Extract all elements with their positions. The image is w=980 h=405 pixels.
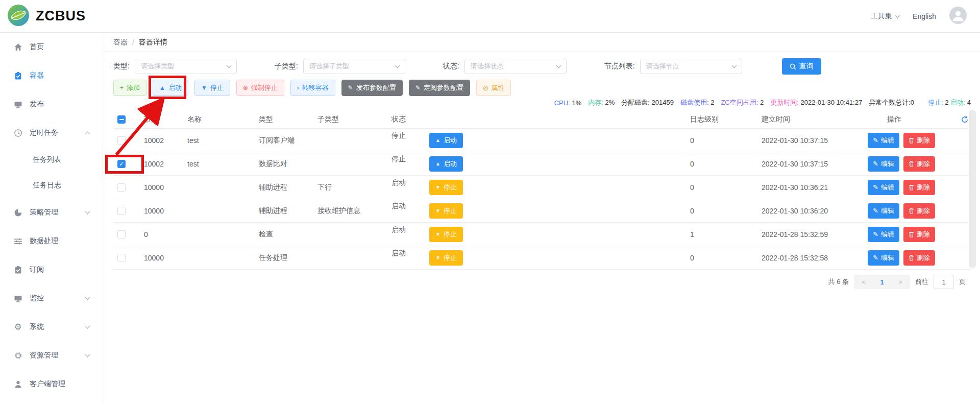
clipboard-check-icon	[13, 71, 22, 80]
zcbus-logo-icon	[7, 4, 30, 29]
stop-button[interactable]: ▼ 停止	[194, 80, 230, 96]
stat-memory-value: 2%	[605, 99, 615, 106]
chevron-down-icon	[895, 13, 900, 18]
row-start-button[interactable]: ▲启动	[429, 133, 463, 148]
delete-button[interactable]: 删除	[903, 180, 935, 195]
refresh-icon[interactable]	[952, 115, 971, 124]
attributes-button[interactable]: ◎ 属性	[476, 80, 511, 96]
search-button[interactable]: 查询	[782, 58, 821, 75]
publish-config-button[interactable]: ✎ 发布参数配置	[341, 80, 403, 96]
trash-icon	[909, 255, 914, 261]
add-button[interactable]: + 添加	[113, 80, 146, 96]
delete-button[interactable]: 删除	[903, 203, 935, 219]
prev-page-button[interactable]: <	[856, 278, 871, 286]
next-page-button[interactable]: >	[893, 278, 908, 286]
sidebar-item-label: 客户端管理	[30, 379, 65, 389]
subscribe-config-button[interactable]: ✎ 定阅参数配置	[409, 80, 470, 96]
sidebar-item-publish[interactable]: 发布	[0, 90, 103, 118]
delete-button[interactable]: 删除	[903, 156, 935, 172]
row-stop-button[interactable]: ▼停止	[429, 250, 463, 266]
sidebar-item-resources[interactable]: 资源管理	[0, 341, 103, 370]
delete-button[interactable]: 删除	[903, 227, 935, 242]
sidebar-item-task-log[interactable]: 任务日志	[0, 173, 103, 198]
sidebar-item-home[interactable]: 首页	[0, 33, 103, 61]
table-row: 10000 辅助进程 接收维护信息 启动 ▼停止 0 2022-01-30 10…	[113, 199, 971, 223]
sidebar-item-label: 首页	[30, 42, 44, 52]
cell-node: 10002	[138, 136, 181, 145]
pencil-icon: ✎	[873, 160, 878, 168]
row-checkbox[interactable]: ✓	[117, 160, 126, 168]
row-stop-button[interactable]: ▼停止	[429, 180, 463, 195]
row-start-button[interactable]: ▲启动	[429, 156, 463, 172]
header-name: 名称	[181, 115, 253, 124]
row-checkbox[interactable]	[117, 230, 126, 239]
edit-button[interactable]: ✎编辑	[868, 227, 899, 242]
cell-node: 10002	[138, 160, 181, 168]
delete-button[interactable]: 删除	[903, 250, 935, 266]
edit-button[interactable]: ✎编辑	[868, 133, 899, 148]
header-actions: 操作	[863, 115, 952, 124]
breadcrumb-parent[interactable]: 容器	[113, 38, 128, 47]
start-button[interactable]: ▲ 启动	[153, 80, 188, 96]
sidebar-item-monitor[interactable]: 监控	[0, 284, 103, 313]
sidebar-item-data-processing[interactable]: 数据处理	[0, 227, 103, 255]
stat-started-value: 4	[967, 99, 971, 106]
chevron-down-icon	[731, 63, 737, 68]
header-log-level: 日志级别	[684, 115, 755, 124]
search-icon	[790, 63, 796, 70]
trash-icon	[909, 208, 914, 214]
home-icon	[13, 42, 22, 52]
action-toolbar: + 添加 ▲ 启动 ▼ 停止 ⊗ 强制停止	[113, 80, 971, 96]
stat-started-label: 启动:	[950, 99, 966, 106]
delete-button[interactable]: 删除	[903, 133, 935, 148]
current-page[interactable]: 1	[871, 278, 893, 286]
topbar: ZCBUS 工具集 English	[0, 0, 980, 33]
status-text: 启动	[391, 249, 406, 258]
type-select[interactable]: 请选择类型	[135, 59, 237, 74]
stat-cpu-label: CPU:	[554, 99, 570, 107]
status-select[interactable]: 请选择状态	[464, 59, 567, 74]
pagination-total: 共 6 条	[828, 277, 849, 287]
trash-icon	[909, 184, 914, 190]
sidebar-item-client-management[interactable]: 客户端管理	[0, 370, 103, 398]
edit-button[interactable]: ✎编辑	[868, 203, 899, 219]
table-scrollbar[interactable]	[969, 110, 976, 268]
language-switch[interactable]: English	[913, 12, 936, 20]
filter-bar: 类型: 请选择类型 子类型: 请选择子类型	[113, 58, 971, 75]
sidebar-item-containers[interactable]: 容器	[0, 61, 103, 90]
select-all-checkbox[interactable]	[117, 115, 126, 124]
stat-disk-alloc-label: 分配磁盘:	[621, 99, 650, 106]
tools-menu[interactable]: 工具集	[871, 12, 899, 21]
subtype-select[interactable]: 请选择子类型	[303, 59, 405, 74]
ring-icon: ◎	[483, 84, 488, 91]
node-select[interactable]: 请选择节点	[640, 59, 742, 74]
cell-subtype: 下行	[311, 183, 385, 192]
edit-button[interactable]: ✎编辑	[868, 250, 899, 266]
chevron-down-icon	[85, 295, 90, 300]
row-checkbox[interactable]	[117, 254, 126, 262]
sidebar-item-system[interactable]: ⚙ 系统	[0, 313, 103, 341]
edit-button[interactable]: ✎编辑	[868, 156, 899, 172]
avatar[interactable]	[949, 7, 967, 26]
row-checkbox[interactable]	[117, 183, 126, 192]
cell-name: test	[181, 136, 253, 145]
table-row: 10002 test 订阅客户端 停止 ▲启动 0 2022-01-30 10:…	[113, 129, 971, 152]
row-stop-button[interactable]: ▼停止	[429, 203, 463, 219]
row-checkbox[interactable]	[117, 136, 126, 145]
edit-button[interactable]: ✎编辑	[868, 180, 899, 195]
row-stop-button[interactable]: ▼停止	[429, 227, 463, 242]
pencil-icon: ✎	[348, 84, 353, 91]
status-text: 启动	[391, 202, 406, 211]
pagination: 共 6 条 < 1 > 前往 页	[113, 275, 971, 289]
transfer-container-button[interactable]: › 转移容器	[290, 80, 335, 96]
force-stop-button[interactable]: ⊗ 强制停止	[236, 80, 284, 96]
row-checkbox[interactable]	[117, 207, 126, 215]
sidebar-item-scheduled-tasks[interactable]: 定时任务	[0, 118, 103, 147]
sidebar-item-subscribe[interactable]: 订阅	[0, 255, 103, 284]
sidebar-item-strategy[interactable]: 策略管理	[0, 198, 103, 227]
cell-created: 2022-01-28 15:32:59	[755, 230, 863, 239]
sidebar-item-task-list[interactable]: 任务列表	[0, 147, 103, 173]
header-node: 节点	[138, 115, 181, 124]
container-table: 节点 名称 类型 子类型 状态 日志级别 建立时间 操作	[113, 110, 971, 270]
goto-page-input[interactable]	[934, 275, 954, 289]
